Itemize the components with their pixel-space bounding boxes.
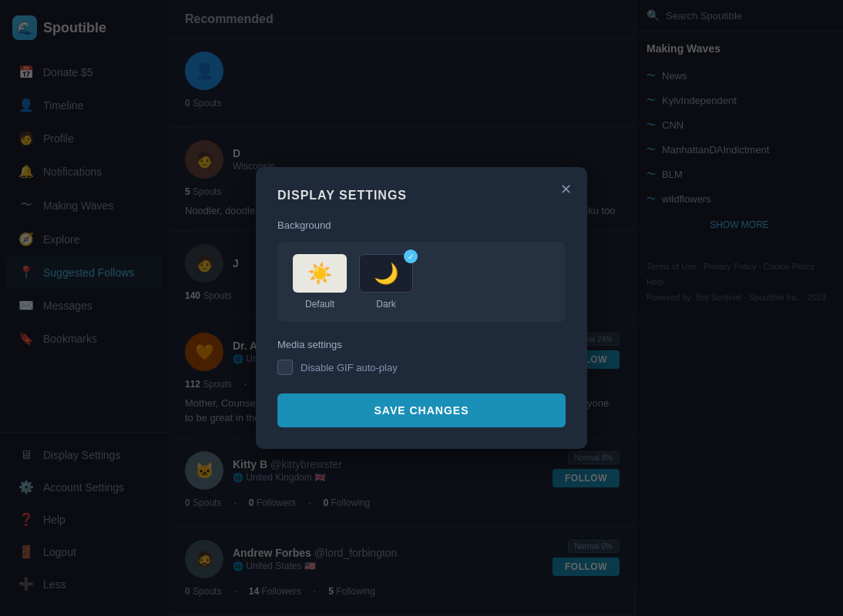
save-changes-button[interactable]: SAVE CHANGES bbox=[277, 393, 566, 427]
gif-label: Disable GIF auto-play bbox=[301, 362, 398, 373]
media-row: Disable GIF auto-play bbox=[277, 360, 566, 375]
bg-option-default[interactable]: ☀️ Default bbox=[293, 254, 347, 310]
modal-overlay: DISPLAY SETTINGS ✕ Background ☀️ Default… bbox=[0, 0, 843, 616]
display-settings-modal: DISPLAY SETTINGS ✕ Background ☀️ Default… bbox=[256, 167, 587, 449]
dark-label: Dark bbox=[376, 299, 395, 310]
modal-close-button[interactable]: ✕ bbox=[560, 181, 572, 198]
bg-option-dark[interactable]: ✓ 🌙 Dark bbox=[359, 254, 413, 310]
background-label: Background bbox=[277, 219, 566, 231]
background-options: ☀️ Default ✓ 🌙 Dark bbox=[277, 242, 566, 322]
modal-title: DISPLAY SETTINGS bbox=[277, 189, 566, 203]
media-settings-label: Media settings bbox=[277, 339, 566, 350]
default-label: Default bbox=[305, 299, 334, 310]
default-swatch: ☀️ bbox=[293, 254, 347, 293]
selected-checkmark: ✓ bbox=[404, 249, 418, 263]
gif-checkbox[interactable] bbox=[277, 360, 293, 375]
